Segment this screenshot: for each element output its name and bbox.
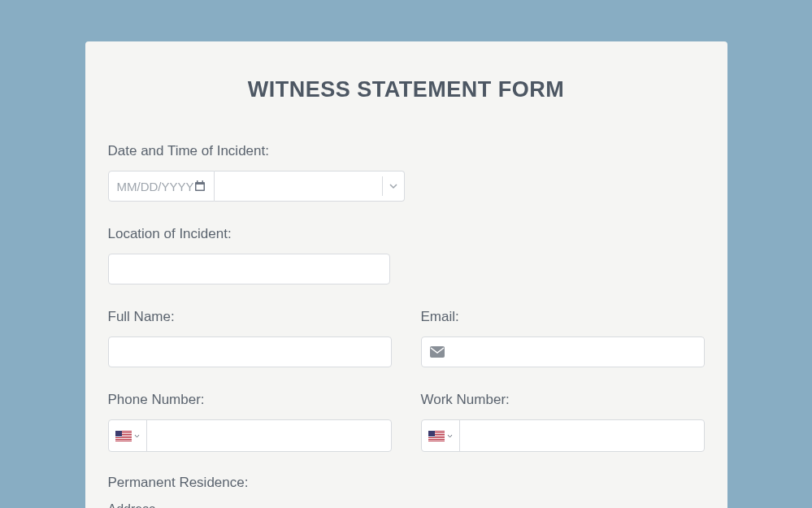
us-flag-icon [428, 431, 445, 441]
svg-rect-2 [202, 180, 203, 183]
calendar-icon [194, 180, 206, 192]
work-phone-group: Work Number: [421, 392, 705, 452]
work-phone-input-wrapper [421, 419, 705, 452]
phone-flag-selector[interactable] [109, 420, 147, 451]
phone-label: Phone Number: [108, 392, 392, 408]
phone-input[interactable] [147, 420, 391, 451]
form-container: WITNESS STATEMENT FORM Date and Time of … [85, 41, 727, 508]
residence-group: Permanent Residence: Address [108, 475, 705, 508]
full-name-input[interactable] [108, 336, 392, 367]
phone-row: Phone Number: Work Number: [108, 392, 705, 452]
location-group: Location of Incident: [108, 226, 705, 284]
chevron-down-icon [389, 182, 397, 190]
phone-input-wrapper [108, 419, 392, 452]
chevron-down-icon [134, 433, 140, 439]
location-label: Location of Incident: [108, 226, 705, 242]
time-select-divider [382, 176, 383, 196]
date-time-inputs: MM/DD/YYYY [108, 171, 369, 202]
time-select[interactable] [215, 171, 405, 202]
us-flag-icon [115, 431, 132, 441]
email-label: Email: [421, 309, 705, 325]
full-name-group: Full Name: [108, 309, 392, 367]
date-time-label: Date and Time of Incident: [108, 143, 705, 159]
work-flag-selector[interactable] [422, 420, 460, 451]
date-time-group: Date and Time of Incident: MM/DD/YYYY [108, 143, 705, 202]
email-input[interactable] [451, 337, 704, 367]
phone-group: Phone Number: [108, 392, 392, 452]
location-input[interactable] [108, 254, 390, 284]
form-title: WITNESS STATEMENT FORM [108, 77, 705, 102]
date-input[interactable]: MM/DD/YYYY [108, 171, 215, 202]
work-phone-input[interactable] [460, 420, 704, 451]
name-email-row: Full Name: Email: [108, 309, 705, 367]
residence-label: Permanent Residence: [108, 475, 705, 491]
date-placeholder: MM/DD/YYYY [117, 180, 194, 193]
svg-rect-3 [196, 185, 203, 190]
svg-rect-4 [430, 346, 445, 358]
full-name-label: Full Name: [108, 309, 392, 325]
email-group: Email: [421, 309, 705, 367]
email-icon [430, 346, 445, 358]
svg-rect-1 [197, 180, 198, 183]
email-input-wrapper [421, 336, 705, 367]
address-sublabel: Address [108, 502, 705, 508]
chevron-down-icon [447, 433, 453, 439]
work-phone-label: Work Number: [421, 392, 705, 408]
time-select-input[interactable] [221, 180, 376, 193]
